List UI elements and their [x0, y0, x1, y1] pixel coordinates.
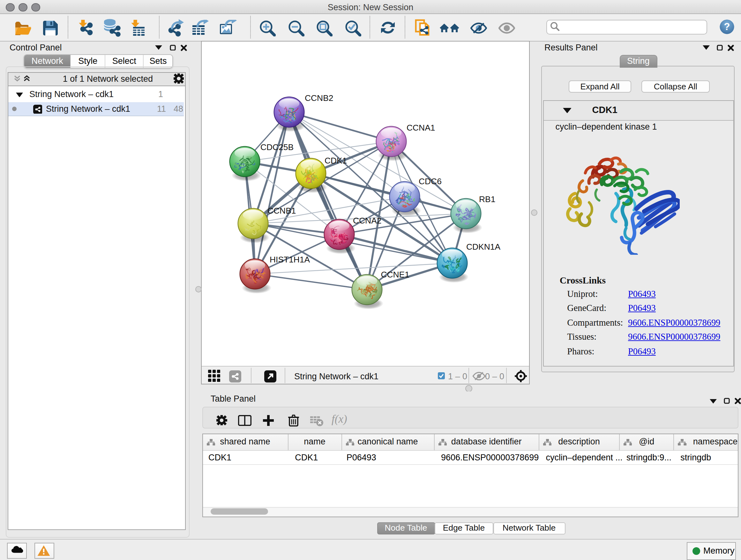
svg-text:CDKN1A: CDKN1A: [466, 242, 500, 252]
svg-text:CCNB1: CCNB1: [267, 206, 295, 215]
svg-text:?: ?: [724, 21, 730, 32]
svg-text:RB1: RB1: [479, 194, 495, 204]
svg-text:CDC6: CDC6: [418, 177, 441, 186]
svg-text:CCNA2: CCNA2: [353, 216, 381, 226]
svg-text:CCNB2: CCNB2: [305, 93, 333, 103]
svg-text:HIST1H1A: HIST1H1A: [269, 255, 310, 264]
svg-text:CCNA1: CCNA1: [406, 123, 434, 132]
svg-text:CCNE1: CCNE1: [381, 270, 409, 279]
svg-text:CDC25B: CDC25B: [260, 142, 293, 152]
svg-text:CDK1: CDK1: [324, 156, 347, 165]
